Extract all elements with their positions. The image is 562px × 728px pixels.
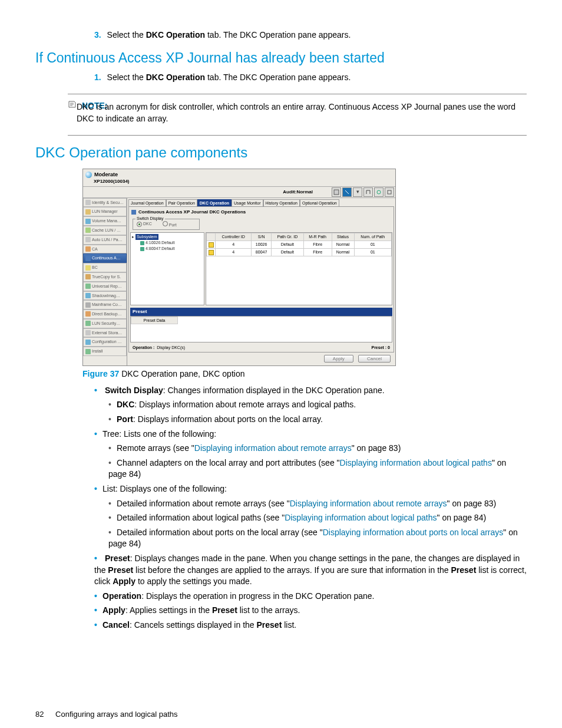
bullet-tree: Tree: Lists one of the following: Remote… <box>94 429 527 480</box>
bullet-tree-2: Channel adapters on the local array and … <box>108 457 527 480</box>
toolbar-btn-6[interactable] <box>385 187 394 197</box>
step-text-bold: DKC Operation <box>146 30 205 39</box>
nav-icon <box>85 349 91 354</box>
nav-label: BC <box>92 265 98 271</box>
svg-point-2 <box>377 190 381 194</box>
step-text-bold: DKC Operation <box>146 73 205 82</box>
nav-item[interactable]: TrueCopy for S. <box>83 272 127 282</box>
nav-item[interactable]: LUN Security… <box>83 319 127 328</box>
svg-rect-0 <box>334 190 339 195</box>
link-remote-arrays-2[interactable]: Displaying information about remote arra… <box>290 499 447 508</box>
nav-label: ShadowImag… <box>92 293 120 299</box>
nav-label: Universal Rep… <box>92 284 122 289</box>
link-remote-arrays[interactable]: Displaying information about remote arra… <box>194 443 352 453</box>
figure-label: Figure 37 <box>82 369 119 378</box>
table-col: S/N <box>252 233 272 241</box>
heading-started: If Continuous Access XP Journal has alre… <box>35 48 527 67</box>
row-icon <box>209 242 214 248</box>
step-text-pre: Select the <box>107 73 146 82</box>
tab[interactable]: Optional Operation <box>300 199 339 207</box>
radio-icon <box>163 221 168 226</box>
toolbar-btn-1[interactable] <box>332 187 341 197</box>
link-logical-paths-2[interactable]: Displaying information about logical pat… <box>285 513 437 522</box>
toolbar-btn-4[interactable] <box>363 187 373 197</box>
nav-item[interactable]: Volume Mana… <box>83 216 127 226</box>
nav-item[interactable]: LUN Manager <box>83 207 127 216</box>
nav-label: Direct Backup… <box>92 311 122 317</box>
nav-item[interactable]: Install <box>83 347 127 356</box>
tab-bar: Journal OperationPair OperationDKC Opera… <box>127 198 395 207</box>
radio-label: Port <box>169 223 177 227</box>
radio-icon <box>137 222 142 227</box>
radio-option[interactable]: Port <box>163 221 177 228</box>
radio-option[interactable]: DKC <box>137 221 152 228</box>
step-text-post: tab. The DKC Operation pane appears. <box>205 73 351 82</box>
table-row[interactable]: 410026DefaultFibreNormal01 <box>207 241 392 249</box>
cancel-button[interactable]: Cancel <box>358 355 391 363</box>
table-col: Controller ID <box>216 233 252 241</box>
dkc-screenshot: Moderate XP12000(10034) Audit:Normal ▾ I… <box>82 169 396 367</box>
nav-item[interactable]: Configuration … <box>83 337 127 347</box>
note-icon <box>68 100 77 112</box>
nav-icon <box>85 293 91 298</box>
bullet-list-3: Detailed information about ports on the … <box>108 527 527 550</box>
toolbar-btn-5[interactable] <box>374 187 384 197</box>
table-cell: 10026 <box>252 241 272 249</box>
tab[interactable]: Journal Operation <box>128 199 166 207</box>
nav-item[interactable]: Continuous A… <box>83 253 127 263</box>
bullet-tree-1: Remote arrays (see "Displaying informati… <box>108 443 527 454</box>
toolbar-btn-dropdown[interactable]: ▾ <box>353 187 362 197</box>
nav-item[interactable]: Direct Backup… <box>83 309 127 319</box>
table-cell: Fibre <box>303 248 332 256</box>
nav-icon <box>85 321 91 326</box>
nav-label: LUN Security… <box>92 321 120 327</box>
nav-icon <box>85 265 91 271</box>
table-cell: Normal <box>332 241 354 249</box>
heading-components: DKC Operation pane components <box>35 143 527 163</box>
panel-title-text: Continuous Access XP Journal DKC Operati… <box>138 209 246 215</box>
nav-item[interactable]: ShadowImag… <box>83 291 127 301</box>
table-row[interactable]: 480047DefaultFibreNormal01 <box>207 248 392 256</box>
nav-icon <box>85 274 91 279</box>
nav-item[interactable]: CA <box>83 245 127 254</box>
nav-item[interactable]: External Stora… <box>83 328 127 338</box>
nav-label: Volume Mana… <box>92 218 121 224</box>
nav-item[interactable]: Identity & Secu… <box>83 198 127 207</box>
step-3: 3. Select the DKC Operation tab. The DKC… <box>94 29 527 41</box>
op-value: Display DKC(s) <box>157 345 185 351</box>
nav-label: LUN Manager <box>92 209 118 215</box>
nav-label: Continuous A… <box>92 255 121 261</box>
table-col: Num. of Path <box>354 233 391 241</box>
panel-title: Continuous Access XP Journal DKC Operati… <box>129 207 394 217</box>
tree-pane[interactable]: ▸ Subsystem 4:10026:Default4:80047:Defau… <box>130 232 204 305</box>
window-subtitle: XP12000(10034) <box>83 178 395 186</box>
nav-item[interactable]: Auto LUN / Pa… <box>83 235 127 245</box>
nav-item[interactable]: BC <box>83 263 127 272</box>
table-col: M-R Path <box>303 233 332 241</box>
toolbar-btn-2[interactable] <box>342 187 352 197</box>
link-logical-paths[interactable]: Displaying information about logical pat… <box>340 458 492 467</box>
nav-label: CA <box>92 246 98 252</box>
apply-button[interactable]: Apply <box>324 355 353 363</box>
nav-item[interactable]: Mainframe Co… <box>83 300 127 309</box>
tab[interactable]: Pair Operation <box>166 199 197 207</box>
tree-item[interactable]: 4:80047:Default <box>132 246 203 252</box>
tree-root[interactable]: ▸ Subsystem <box>132 234 203 240</box>
audit-status: Audit:Normal <box>283 189 330 195</box>
figure-caption: Figure 37 DKC Operation pane, DKC option <box>82 368 527 380</box>
tab[interactable]: History Operation <box>263 199 300 207</box>
link-ports-local[interactable]: Displaying information about ports on lo… <box>323 528 504 537</box>
panel-title-icon <box>131 210 136 215</box>
nav-item[interactable]: Cache LUN / … <box>83 226 127 235</box>
nav-icon <box>85 200 91 205</box>
bullet-apply: Apply: Applies settings in the Preset li… <box>94 605 527 617</box>
svg-rect-3 <box>388 190 391 194</box>
nav-icon <box>85 219 91 224</box>
step-num: 3. <box>94 30 101 39</box>
tree-item[interactable]: 4:10026:Default <box>132 240 203 246</box>
status-bar: Audit:Normal ▾ <box>83 186 395 198</box>
table-cell: 01 <box>354 241 391 249</box>
tab[interactable]: DKC Operation <box>197 199 232 207</box>
tab[interactable]: Usage Monitor <box>232 199 263 207</box>
nav-item[interactable]: Universal Rep… <box>83 282 127 291</box>
